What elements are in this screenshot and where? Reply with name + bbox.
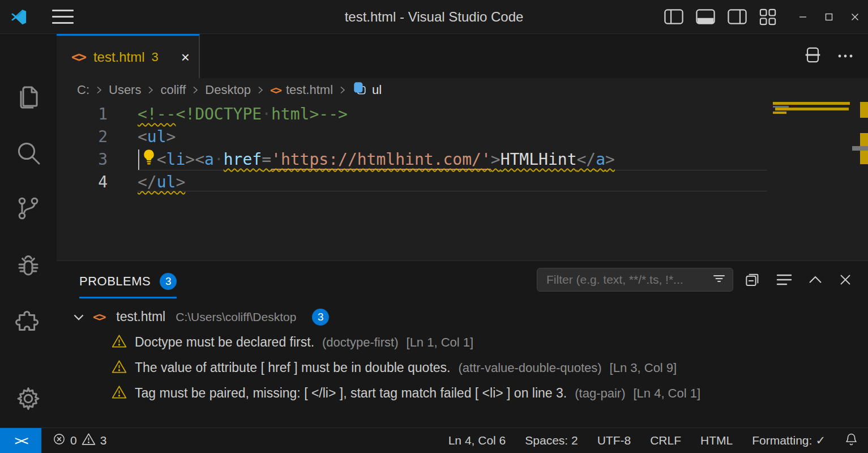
html-file-icon: <> bbox=[270, 84, 281, 96]
problem-row[interactable]: Tag must be paired, missing: [ </li> ], … bbox=[57, 381, 868, 406]
notifications-bell-icon[interactable] bbox=[845, 433, 858, 449]
toggle-primary-sidebar-icon[interactable] bbox=[664, 9, 683, 24]
html-file-icon: <> bbox=[93, 310, 105, 324]
line-number: 3 bbox=[57, 148, 108, 171]
file-problem-count-badge: 3 bbox=[312, 309, 329, 326]
problem-location: [Ln 4, Col 1] bbox=[633, 386, 700, 401]
breadcrumb-symbol[interactable]: ul bbox=[372, 83, 382, 97]
chevron-down-icon[interactable] bbox=[72, 311, 85, 323]
breadcrumb-users[interactable]: Users bbox=[109, 83, 141, 97]
vscode-window: test.html - Visual Studio Code bbox=[0, 0, 868, 453]
status-bar: >< 0 3 Ln 4, Col 6 Spaces: 2 UTF-8 CRLF … bbox=[0, 428, 868, 453]
collapse-all-icon[interactable] bbox=[745, 271, 760, 288]
close-window-button[interactable] bbox=[842, 0, 868, 34]
tab-close-icon[interactable]: × bbox=[181, 50, 190, 65]
problems-file-row[interactable]: <> test.html C:\Users\coliff\Desktop 3 bbox=[57, 304, 868, 330]
problem-location: [Ln 1, Col 1] bbox=[407, 335, 474, 350]
extensions-icon[interactable] bbox=[0, 308, 57, 335]
problem-source: (tag-pair) bbox=[575, 386, 625, 401]
eol-sequence[interactable]: CRLF bbox=[650, 434, 681, 447]
warning-icon bbox=[112, 385, 127, 401]
filter-icon[interactable] bbox=[712, 272, 726, 288]
line-number: 2 bbox=[57, 126, 108, 148]
check-icon: ✓ bbox=[815, 434, 826, 447]
tab-problem-count: 3 bbox=[152, 50, 159, 65]
chevron-right-icon bbox=[338, 86, 347, 95]
view-as-table-icon[interactable] bbox=[776, 273, 792, 286]
more-actions-icon[interactable] bbox=[837, 51, 853, 61]
language-mode[interactable]: HTML bbox=[700, 434, 733, 447]
maximize-button[interactable] bbox=[816, 0, 842, 34]
activity-bar bbox=[0, 34, 57, 428]
problem-row[interactable]: Doctype must be declared first. (doctype… bbox=[57, 330, 868, 355]
breadcrumb: C: Users coliff Desktop <> test.html ul bbox=[57, 78, 868, 102]
breadcrumb-drive[interactable]: C: bbox=[77, 83, 89, 97]
breadcrumb-coliff[interactable]: coliff bbox=[160, 83, 186, 97]
html-file-icon: <> bbox=[71, 49, 85, 65]
code-line[interactable]: <ul> bbox=[138, 126, 176, 148]
problems-file-name: test.html bbox=[116, 309, 165, 324]
text-cursor bbox=[138, 149, 139, 170]
toggle-panel-icon[interactable] bbox=[696, 9, 715, 24]
indentation[interactable]: Spaces: 2 bbox=[525, 434, 578, 447]
code-line[interactable]: </ul> bbox=[138, 171, 185, 194]
problems-status[interactable]: 0 3 bbox=[53, 433, 106, 448]
menu-icon[interactable] bbox=[52, 10, 74, 24]
warning-icon bbox=[82, 433, 96, 448]
lightbulb-icon[interactable] bbox=[142, 149, 156, 168]
problems-tab-label: PROBLEMS bbox=[79, 274, 151, 289]
warning-icon bbox=[112, 360, 127, 376]
toggle-secondary-sidebar-icon[interactable] bbox=[728, 9, 747, 24]
chevron-right-icon bbox=[146, 86, 155, 95]
remote-indicator[interactable]: >< bbox=[0, 428, 41, 453]
tab-bar: <> test.html 3 × bbox=[57, 34, 868, 78]
vscode-logo-icon bbox=[10, 8, 27, 25]
tab-label: test.html bbox=[93, 49, 145, 65]
chevron-right-icon bbox=[95, 86, 104, 95]
tab-problems[interactable]: PROBLEMS 3 bbox=[79, 261, 177, 298]
problems-filter[interactable] bbox=[537, 268, 733, 292]
close-panel-icon[interactable] bbox=[839, 273, 852, 287]
settings-gear-icon[interactable] bbox=[0, 385, 57, 412]
problem-source: (doctype-first) bbox=[322, 335, 398, 350]
problem-row[interactable]: The value of attribute [ href ] must be … bbox=[57, 355, 868, 381]
breadcrumb-file[interactable]: test.html bbox=[286, 83, 333, 97]
minimize-button[interactable] bbox=[790, 0, 816, 34]
code-editor[interactable]: 1234 <!--<!DOCTYPE·html>--><ul> <li><a·h… bbox=[57, 102, 868, 260]
chevron-right-icon bbox=[256, 86, 265, 95]
symbol-element-icon bbox=[352, 81, 367, 99]
overview-ruler[interactable] bbox=[858, 102, 868, 260]
breadcrumb-desktop[interactable]: Desktop bbox=[205, 83, 251, 97]
code-line[interactable]: <!--<!DOCTYPE·html>--> bbox=[138, 103, 348, 126]
editor-region: <> test.html 3 × C: Users bbox=[57, 34, 868, 428]
problem-location: [Ln 3, Col 9] bbox=[610, 361, 677, 375]
panel-header: PROBLEMS 3 bbox=[57, 261, 868, 298]
problem-message: The value of attribute [ href ] must be … bbox=[135, 360, 450, 375]
error-count: 0 bbox=[70, 434, 77, 447]
cursor-position[interactable]: Ln 4, Col 6 bbox=[448, 434, 506, 447]
code-line[interactable]: <li><a·href='https://htmlhint.com/'>HTML… bbox=[138, 148, 615, 171]
split-editor-icon[interactable] bbox=[805, 46, 820, 66]
explorer-icon[interactable] bbox=[0, 83, 57, 110]
problem-message: Doctype must be declared first. bbox=[135, 335, 314, 350]
tab-test-html[interactable]: <> test.html 3 × bbox=[57, 34, 200, 78]
chevron-right-icon bbox=[191, 86, 200, 95]
warning-count: 3 bbox=[100, 434, 107, 447]
minimap[interactable] bbox=[772, 102, 851, 260]
title-bar: test.html - Visual Studio Code bbox=[0, 0, 868, 34]
search-icon[interactable] bbox=[0, 139, 57, 166]
encoding[interactable]: UTF-8 bbox=[597, 434, 631, 447]
problem-message: Tag must be paired, missing: [ </li> ], … bbox=[135, 386, 567, 401]
problems-panel: PROBLEMS 3 bbox=[57, 260, 868, 428]
run-debug-icon[interactable] bbox=[0, 253, 57, 280]
problems-count-badge: 3 bbox=[160, 273, 177, 290]
problems-file-path: C:\Users\coliff\Desktop bbox=[176, 310, 296, 324]
maximize-panel-icon[interactable] bbox=[808, 275, 823, 285]
customize-layout-icon[interactable] bbox=[759, 8, 776, 25]
source-control-icon[interactable] bbox=[0, 195, 57, 222]
filter-input[interactable] bbox=[545, 272, 712, 287]
line-number: 4 bbox=[57, 171, 108, 194]
current-line-highlight bbox=[138, 170, 767, 191]
error-icon bbox=[53, 433, 66, 448]
formatting-status[interactable]: Formatting:✓ bbox=[752, 434, 826, 447]
